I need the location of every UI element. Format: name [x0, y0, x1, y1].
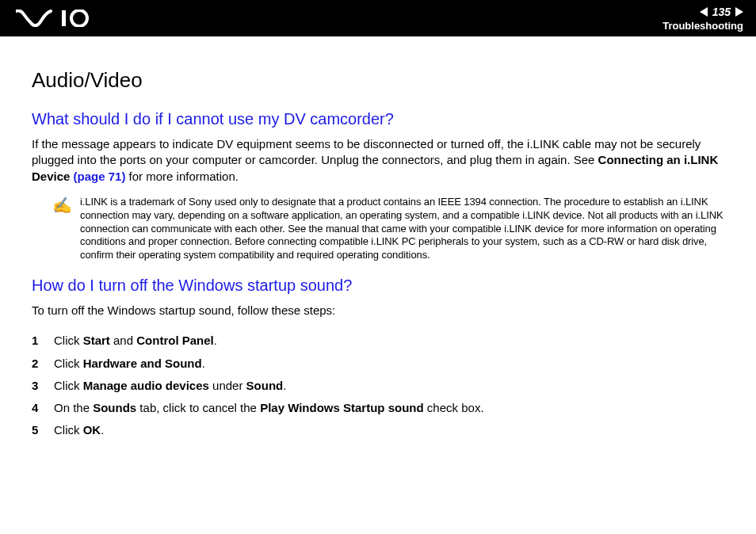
note-icon: ✍	[52, 197, 72, 213]
q1-heading: What should I do if I cannot use my DV c…	[32, 110, 724, 128]
page-nav: 135	[700, 6, 743, 18]
step-4: On the Sounds tab, click to cancel the P…	[32, 397, 724, 419]
q1-paragraph: If the message appears to indicate DV eq…	[32, 136, 724, 185]
step-1: Click Start and Control Panel.	[32, 330, 724, 352]
header-bar: 135 Troubleshooting	[0, 0, 756, 36]
q2-intro: To turn off the Windows startup sound, f…	[32, 303, 724, 318]
step-5: Click OK.	[32, 419, 724, 441]
note-block: ✍ i.LINK is a trademark of Sony used onl…	[52, 196, 724, 262]
svg-rect-0	[62, 10, 66, 26]
steps-list: Click Start and Control Panel. Click Har…	[32, 330, 724, 441]
q1-link-page[interactable]: (page 71)	[70, 170, 125, 183]
q2-heading: How do I turn off the Windows startup so…	[32, 277, 724, 295]
vaio-logo	[16, 10, 103, 27]
next-page-icon[interactable]	[735, 7, 743, 17]
page-number: 135	[712, 6, 731, 18]
step-2: Click Hardware and Sound.	[32, 353, 724, 375]
step-3: Click Manage audio devices under Sound.	[32, 375, 724, 397]
q1-text-post: for more information.	[125, 170, 239, 183]
page-title: Audio/Video	[32, 68, 724, 93]
svg-point-1	[71, 10, 87, 26]
note-text: i.LINK is a trademark of Sony used only …	[80, 196, 724, 262]
prev-page-icon[interactable]	[700, 7, 708, 17]
section-label: Troubleshooting	[662, 20, 743, 32]
page-content: Audio/Video What should I do if I cannot…	[0, 36, 756, 442]
